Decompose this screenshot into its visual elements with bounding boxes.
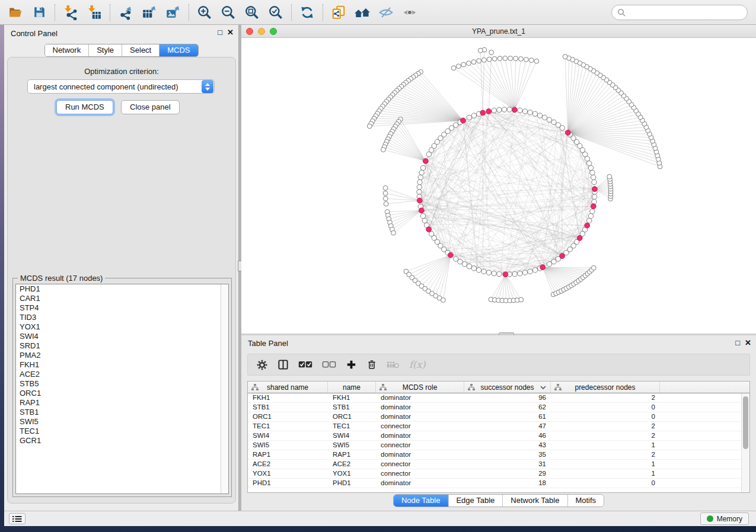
split-view-icon <box>277 359 289 370</box>
search-input[interactable] <box>626 7 747 18</box>
list-item[interactable]: GCR1 <box>16 436 228 446</box>
select-all-rows-button[interactable] <box>298 360 312 369</box>
table-cell: 0 <box>551 479 660 488</box>
mcds-result-group: MCDS result (17 nodes) PHD1CAR1STP4TID3Y… <box>12 278 232 497</box>
table-cell: 0 <box>551 403 660 412</box>
function-builder-button[interactable]: f(x) <box>409 359 425 370</box>
list-item[interactable]: STB1 <box>16 408 228 417</box>
table-row[interactable]: SWI5SWI5connector431 <box>248 441 749 450</box>
column-header-shared-name[interactable]: shared name <box>248 382 328 393</box>
list-item[interactable]: ORC1 <box>16 389 228 398</box>
add-row-button[interactable] <box>346 359 357 370</box>
list-item[interactable]: SWI4 <box>16 332 228 341</box>
close-panel-icon[interactable]: ✕ <box>745 338 751 347</box>
tab-select[interactable]: Select <box>122 44 160 56</box>
list-item[interactable]: TEC1 <box>16 427 228 436</box>
export-image-icon <box>165 5 181 20</box>
table-cell <box>660 403 749 412</box>
float-panel-icon[interactable]: □ <box>218 28 222 37</box>
status-bar: Memory <box>4 511 756 526</box>
open-file-button[interactable] <box>4 2 27 23</box>
column-header-successor-nodes[interactable]: successor nodes <box>464 382 551 393</box>
float-panel-icon[interactable]: □ <box>735 338 740 347</box>
import-table-button[interactable] <box>82 2 106 23</box>
network-canvas[interactable] <box>241 38 756 334</box>
task-history-button[interactable] <box>9 513 25 524</box>
table-cell: ACE2 <box>248 460 328 469</box>
list-item[interactable]: PHD1 <box>16 284 228 294</box>
deselect-all-icon <box>322 360 336 369</box>
search-box[interactable] <box>611 5 748 20</box>
criterion-dropdown[interactable]: largest connected component (undirected) <box>27 79 215 94</box>
hide-selected-button[interactable] <box>374 2 398 23</box>
clone-network-button[interactable] <box>327 2 350 23</box>
export-table-button[interactable] <box>138 2 161 23</box>
import-network-button[interactable] <box>59 2 82 23</box>
table-cell: ACE2 <box>328 460 376 469</box>
column-settings-button[interactable] <box>256 359 268 371</box>
network-graph[interactable] <box>241 38 756 334</box>
memory-label: Memory <box>717 515 742 523</box>
list-item[interactable]: FKH1 <box>16 360 228 370</box>
scrollbar-thumb[interactable] <box>743 396 748 449</box>
table-row[interactable]: SWI4SWI4dominator462 <box>248 431 749 441</box>
close-panel-button[interactable]: Close panel <box>121 100 180 114</box>
zoom-out-button[interactable] <box>216 2 240 23</box>
tab-edge-table[interactable]: Edge Table <box>448 495 503 507</box>
tab-network[interactable]: Network <box>44 44 89 56</box>
table-row[interactable]: PHD1PHD1dominator180 <box>248 479 749 488</box>
column-header-name[interactable]: name <box>328 382 376 393</box>
list-item[interactable]: STB5 <box>16 379 228 389</box>
deselect-all-rows-button[interactable] <box>322 360 336 369</box>
list-item[interactable]: CAR1 <box>16 294 228 303</box>
table-row[interactable]: TEC1TEC1connector472 <box>248 422 749 431</box>
close-panel-icon[interactable]: ✕ <box>227 28 234 37</box>
run-mcds-button[interactable]: Run MCDS <box>56 100 113 114</box>
table-cell: 2 <box>551 393 660 402</box>
mcds-list-scrollbar[interactable] <box>221 284 228 493</box>
show-all-button[interactable] <box>398 2 422 23</box>
table-row[interactable]: FKH1FKH1dominator962 <box>248 393 749 403</box>
tab-mcds[interactable]: MCDS <box>160 44 197 56</box>
zoom-fit-button[interactable] <box>240 2 264 23</box>
list-item[interactable]: RAP1 <box>16 398 228 408</box>
tab-motifs[interactable]: Motifs <box>567 495 604 507</box>
list-item[interactable]: SWI5 <box>16 417 228 427</box>
table-row[interactable]: ACE2ACE2connector311 <box>248 460 749 469</box>
export-network-icon <box>118 5 133 20</box>
table-row[interactable]: ORC1ORC1dominator610 <box>248 412 749 422</box>
mcds-result-list[interactable]: PHD1CAR1STP4TID3YOX1SWI4SRD1PMA2FKH1ACE2… <box>15 284 229 494</box>
column-header-mcds-role[interactable]: MCDS role <box>376 382 464 393</box>
zoom-in-button[interactable] <box>193 2 216 23</box>
list-item[interactable]: SRD1 <box>16 341 228 351</box>
column-header-predecessor-nodes[interactable]: predecessor nodes <box>551 382 660 393</box>
table-scrollbar[interactable] <box>741 393 749 492</box>
refresh-view-button[interactable] <box>295 2 319 23</box>
list-item[interactable]: PMA2 <box>16 351 228 360</box>
tab-node-table[interactable]: Node Table <box>394 495 449 507</box>
delete-table-button[interactable] <box>387 360 400 369</box>
table-row[interactable]: STB1STB1dominator620 <box>248 403 749 412</box>
table-cell: 61 <box>464 412 551 421</box>
zoom-selected-button[interactable] <box>264 2 288 23</box>
list-item[interactable]: YOX1 <box>16 322 228 332</box>
table-cell <box>660 441 749 450</box>
delete-row-button[interactable] <box>366 359 377 370</box>
tab-network-table[interactable]: Network Table <box>503 495 567 507</box>
export-image-button[interactable] <box>161 2 185 23</box>
network-view-titlebar[interactable]: YPA_prune.txt_1 <box>241 25 756 38</box>
eye-icon <box>402 5 417 20</box>
tab-style[interactable]: Style <box>89 44 122 56</box>
list-item[interactable]: TID3 <box>16 313 228 322</box>
table-row[interactable]: YOX1YOX1connector291 <box>248 469 749 479</box>
control-panel-title: Control Panel <box>11 29 58 38</box>
export-network-button[interactable] <box>114 2 138 23</box>
first-neighbors-button[interactable] <box>350 2 374 23</box>
list-item[interactable]: ACE2 <box>16 370 228 379</box>
gear-icon <box>256 359 268 371</box>
memory-button[interactable]: Memory <box>700 512 749 525</box>
list-item[interactable]: STP4 <box>16 303 228 313</box>
table-row[interactable]: RAP1RAP1dominator352 <box>248 450 749 460</box>
split-view-button[interactable] <box>277 359 289 370</box>
save-session-button[interactable] <box>27 2 51 23</box>
